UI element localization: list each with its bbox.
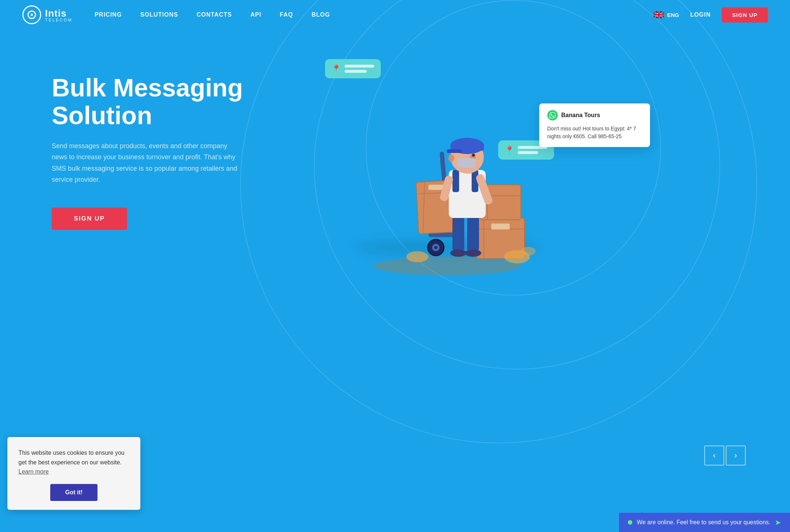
- login-link[interactable]: LOGIN: [690, 11, 711, 18]
- svg-rect-40: [452, 170, 459, 192]
- prev-arrow[interactable]: ‹: [704, 446, 724, 466]
- cookie-text: This website uses cookies to ensure you …: [18, 448, 129, 477]
- flag-icon: [654, 11, 664, 18]
- svg-point-12: [373, 257, 521, 275]
- nav-links: PRICING SOLUTIONS CONTACTS API FAQ BLOG: [95, 11, 654, 18]
- nav-contacts[interactable]: CONTACTS: [196, 11, 232, 18]
- whatsapp-icon: [547, 110, 558, 120]
- bubble-line-1: [345, 65, 374, 68]
- svg-point-37: [450, 249, 466, 257]
- hero-subtitle: Send messages about products, events and…: [52, 140, 244, 185]
- svg-point-29: [434, 246, 437, 249]
- cookie-accept-button[interactable]: Got it!: [50, 484, 97, 501]
- bubble-lines-1: [345, 65, 374, 73]
- svg-rect-36: [467, 214, 479, 251]
- logo-brand-tagline: TELECOM: [45, 18, 72, 22]
- cookie-learn-more[interactable]: Learn more: [18, 468, 49, 475]
- live-chat-text: We are online. Feel free to send us your…: [637, 519, 770, 526]
- svg-rect-35: [452, 214, 464, 251]
- chat-arrow-icon: ➤: [775, 518, 781, 527]
- nav-faq[interactable]: FAQ: [280, 11, 293, 18]
- language-label: ENG: [667, 12, 679, 18]
- bubble-line-2: [345, 70, 367, 73]
- svg-rect-47: [447, 149, 462, 153]
- live-chat-bar[interactable]: We are online. Feel free to send us your…: [619, 513, 790, 532]
- pin-icon-1: 📍: [332, 64, 341, 73]
- next-arrow[interactable]: ›: [726, 446, 746, 466]
- signup-button-nav[interactable]: SIGN UP: [722, 7, 768, 23]
- notification-message: Don't miss out! Hot tours to Egypt: 4* 7…: [547, 125, 642, 140]
- nav-pricing[interactable]: PRICING: [95, 11, 122, 18]
- nav-blog[interactable]: BLOG: [311, 11, 330, 18]
- notification-header: Banana Tours: [547, 110, 642, 120]
- svg-rect-11: [654, 14, 664, 16]
- nav-right: ENG LOGIN SIGN UP: [654, 7, 768, 23]
- logo[interactable]: Intis TELECOM: [22, 5, 72, 24]
- notification-sender: Banana Tours: [561, 112, 601, 119]
- svg-rect-17: [491, 224, 510, 229]
- logo-text: Intis TELECOM: [45, 8, 72, 22]
- cookie-banner: This website uses cookies to ensure you …: [7, 437, 140, 510]
- cookie-message: This website uses cookies to ensure you …: [18, 450, 124, 466]
- live-status-dot: [628, 520, 632, 525]
- svg-rect-51: [457, 158, 476, 168]
- illustration-container: 📍 📍: [318, 37, 576, 277]
- navbar: Intis TELECOM PRICING SOLUTIONS CONTACTS…: [0, 0, 790, 30]
- svg-point-2: [31, 14, 33, 16]
- svg-point-22: [406, 251, 428, 262]
- speech-bubble-1: 📍: [325, 59, 381, 78]
- nav-solutions[interactable]: SOLUTIONS: [140, 11, 178, 18]
- svg-point-24: [521, 247, 536, 256]
- delivery-illustration: [343, 85, 550, 277]
- svg-point-38: [465, 249, 481, 257]
- notification-card: Banana Tours Don't miss out! Hot tours t…: [539, 103, 650, 147]
- svg-point-49: [472, 154, 475, 157]
- logo-icon: [22, 5, 41, 24]
- language-selector[interactable]: ENG: [654, 11, 679, 18]
- hero-content: Bulk Messaging Solution Send messages ab…: [52, 74, 259, 230]
- hero-title: Bulk Messaging Solution: [52, 74, 259, 129]
- nav-api[interactable]: API: [250, 11, 261, 18]
- svg-point-50: [448, 154, 454, 162]
- signup-button-hero[interactable]: SIGN UP: [52, 208, 127, 230]
- carousel-nav: ‹ ›: [704, 446, 746, 466]
